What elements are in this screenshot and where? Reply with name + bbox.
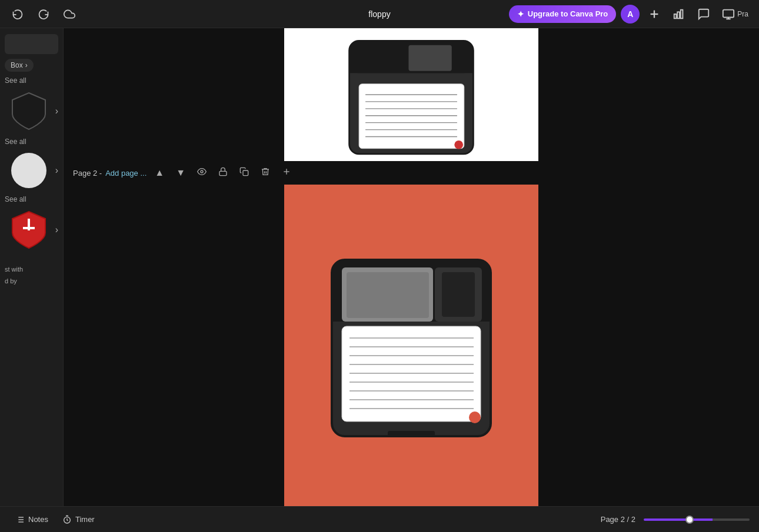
- add-button[interactable]: [644, 4, 664, 24]
- svg-rect-23: [243, 170, 248, 176]
- circle-icon: [11, 153, 46, 188]
- page-up-btn[interactable]: ▲: [151, 165, 168, 180]
- page-lock-btn[interactable]: [215, 165, 231, 181]
- svg-point-20: [454, 140, 463, 149]
- page1-preview: [284, 28, 538, 161]
- sidebar-bottom-section: st with d by: [5, 266, 58, 285]
- svg-rect-31: [442, 272, 475, 317]
- see-all-2[interactable]: See all: [5, 138, 58, 146]
- svg-rect-12: [359, 84, 464, 149]
- page-down-btn[interactable]: ▼: [172, 165, 189, 180]
- circle-item-row: ›: [5, 150, 58, 190]
- page-delete-btn[interactable]: [257, 165, 274, 181]
- save-cloud-button[interactable]: [59, 5, 80, 24]
- page2-canvas[interactable]: [284, 185, 538, 506]
- avatar[interactable]: A: [621, 5, 640, 24]
- svg-rect-3: [678, 12, 680, 18]
- see-all-3[interactable]: See all: [5, 195, 58, 203]
- bottombar: Notes Timer Page 2 / 2: [0, 506, 759, 532]
- zoom-slider-container: [644, 518, 750, 521]
- page-add-btn[interactable]: [278, 165, 295, 181]
- sidebar-chip-row: Box ›: [5, 59, 58, 72]
- topbar: floppy ✦ Upgrade to Canva Pro A Pra: [0, 0, 759, 28]
- svg-rect-32: [347, 272, 429, 318]
- sidebar-search-box: [5, 34, 58, 54]
- add-page-link[interactable]: Add page ...: [105, 169, 147, 178]
- svg-rect-4: [681, 9, 683, 18]
- svg-rect-33: [342, 326, 481, 421]
- svg-rect-11: [408, 45, 451, 71]
- svg-point-43: [469, 411, 481, 423]
- red-shield-icon: [11, 210, 46, 249]
- d-by-text: d by: [5, 277, 58, 285]
- svg-rect-22: [219, 171, 227, 175]
- svg-rect-5: [723, 9, 734, 17]
- wand-icon: ✦: [517, 9, 524, 19]
- red-shield-row: ›: [5, 208, 58, 252]
- zoom-slider[interactable]: [644, 518, 750, 521]
- arrow-right-3: ›: [55, 225, 58, 235]
- shield-item-row: ›: [5, 89, 58, 133]
- page-copy-btn[interactable]: [236, 165, 252, 181]
- present-button[interactable]: Pra: [718, 4, 752, 24]
- svg-rect-2: [674, 14, 677, 18]
- svg-rect-7: [23, 227, 35, 229]
- upgrade-button[interactable]: ✦ Upgrade to Canva Pro: [509, 5, 617, 23]
- main-area: Box › See all › See all › See all: [0, 28, 759, 506]
- page2-toolbar: Page 2 - Add page ... ▲ ▼: [64, 161, 759, 185]
- svg-rect-44: [388, 431, 435, 436]
- comments-button[interactable]: [694, 4, 714, 24]
- page-label: Page 2 - Add page ...: [73, 169, 147, 178]
- floppy-disk-illustration: [329, 257, 494, 439]
- page-indicator: Page 2 / 2: [601, 515, 635, 524]
- analytics-button[interactable]: [669, 4, 689, 24]
- svg-point-21: [201, 170, 203, 173]
- floppy-top-partial: [338, 30, 485, 159]
- test-with-text: st with: [5, 266, 58, 273]
- arrow-right: ›: [55, 106, 58, 116]
- page2-wrapper: [64, 185, 759, 506]
- redo-button[interactable]: [33, 5, 54, 24]
- arrow-right-2: ›: [55, 165, 58, 176]
- timer-button[interactable]: Timer: [56, 511, 101, 528]
- present-label: Pra: [737, 10, 748, 18]
- canvas-area: Page 2 - Add page ... ▲ ▼: [64, 28, 759, 506]
- sidebar: Box › See all › See all › See all: [0, 28, 64, 506]
- notes-button[interactable]: Notes: [9, 511, 54, 528]
- box-chip[interactable]: Box ›: [5, 59, 34, 72]
- document-title: floppy: [368, 9, 390, 19]
- black-shield-icon: [11, 92, 46, 131]
- undo-button[interactable]: [7, 5, 28, 24]
- see-all-1[interactable]: See all: [5, 76, 58, 85]
- page-eye-btn[interactable]: [194, 165, 210, 181]
